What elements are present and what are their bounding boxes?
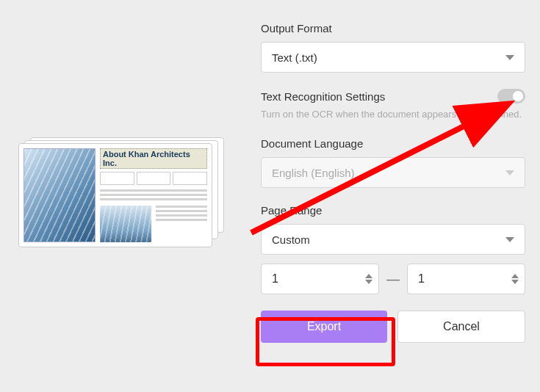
page-range-mode-select[interactable]: Custom [261,224,525,255]
chevron-down-icon [505,55,514,60]
document-preview-stack: About Khan Architects Inc. [18,143,224,250]
stepper-down-icon[interactable] [511,280,519,284]
export-button[interactable]: Export [261,311,387,343]
preview-secondary-image [100,206,151,242]
chevron-down-icon [505,237,514,242]
stepper-up-icon[interactable] [511,274,519,278]
document-language-value: English (English) [272,167,355,179]
page-range-from-input[interactable]: 1 [261,264,379,294]
page-range-to-input[interactable]: 1 [407,264,525,294]
page-range-to-value: 1 [418,272,425,286]
range-separator: — [386,272,400,287]
preview-page-front: About Khan Architects Inc. [18,143,212,247]
page-range-from-value: 1 [272,272,278,286]
document-language-label: Document Language [261,137,525,150]
cancel-button[interactable]: Cancel [397,311,525,343]
page-range-mode-value: Custom [272,233,310,246]
output-format-label: Output Format [261,22,525,35]
ocr-toggle[interactable] [497,89,525,104]
stepper-up-icon[interactable] [365,274,372,278]
output-format-select[interactable]: Text (.txt) [261,42,525,73]
preview-small-box [137,172,171,185]
stepper-down-icon[interactable] [365,280,372,284]
output-format-value: Text (.txt) [272,51,317,64]
document-language-select: English (English) [261,157,525,188]
chevron-down-icon [505,170,514,175]
ocr-label: Text Recognition Settings [261,90,385,103]
page-range-label: Page Range [261,204,525,217]
preview-doc-title: About Khan Architects Inc. [100,148,207,169]
preview-small-box [100,172,134,185]
ocr-hint: Turn on the OCR when the document appear… [261,108,525,121]
preview-small-box [173,172,207,185]
preview-building-image [24,148,96,242]
